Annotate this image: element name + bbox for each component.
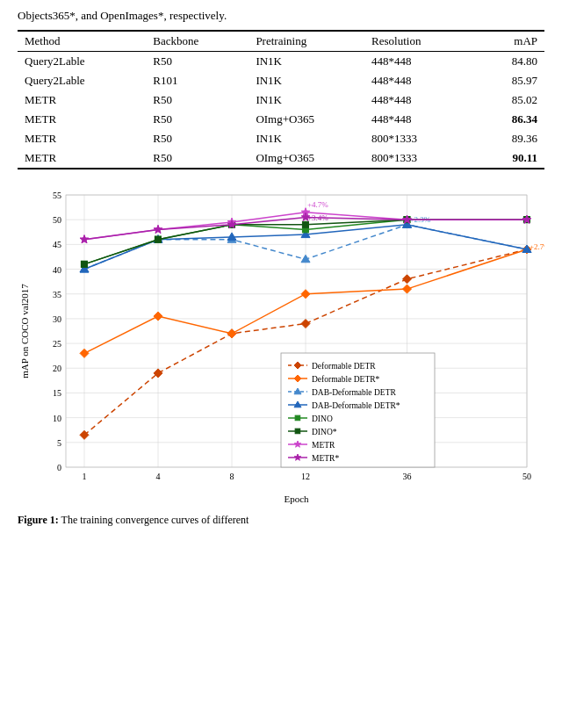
- svg-text:METR*: METR*: [312, 454, 339, 463]
- cell-map: 85.02: [480, 90, 544, 110]
- cell-method: Query2Lable: [18, 71, 146, 90]
- col-header-resolution: Resolution: [364, 31, 480, 52]
- svg-text:DAB-Deformable DETR*: DAB-Deformable DETR*: [312, 401, 400, 410]
- col-header-map: mAP: [480, 31, 544, 52]
- cell-backbone: R50: [146, 129, 249, 148]
- svg-text:+4.7%: +4.7%: [307, 200, 328, 209]
- cell-resolution: 448*448: [364, 110, 480, 129]
- svg-text:+2.7%: +2.7%: [530, 242, 544, 251]
- cell-method: METR: [18, 129, 146, 148]
- cell-method: METR: [18, 90, 146, 110]
- table-row: METR R50 OImg+O365 448*448 86.34: [18, 110, 544, 129]
- svg-text:20: 20: [53, 364, 61, 373]
- cell-map: 84.80: [480, 52, 544, 72]
- col-header-method: Method: [18, 31, 146, 52]
- cell-pretrain: OImg+O365: [249, 148, 364, 169]
- svg-text:1: 1: [83, 472, 87, 481]
- convergence-chart: 0510152025303540455055148123650mAP on CO…: [18, 182, 544, 507]
- svg-rect-72: [155, 236, 161, 242]
- svg-text:30: 30: [53, 314, 61, 324]
- svg-text:40: 40: [53, 265, 61, 275]
- cell-method: Query2Lable: [18, 52, 146, 72]
- svg-text:Epoch: Epoch: [284, 494, 309, 504]
- cell-pretrain: IN1K: [249, 71, 364, 90]
- svg-text:15: 15: [53, 388, 61, 398]
- cell-backbone: R50: [146, 52, 249, 72]
- cell-backbone: R50: [146, 110, 249, 129]
- cell-map: 90.11: [480, 148, 544, 169]
- svg-rect-108: [295, 429, 300, 434]
- svg-text:5: 5: [57, 438, 61, 448]
- table-row: METR R50 OImg+O365 800*1333 90.11: [18, 148, 544, 169]
- cell-map: 89.36: [480, 129, 544, 148]
- results-table: Method Backbone Pretraining Resolution m…: [18, 30, 544, 169]
- cell-resolution: 448*448: [364, 71, 480, 90]
- svg-text:DINO*: DINO*: [312, 428, 337, 436]
- svg-text:Deformable DETR: Deformable DETR: [312, 362, 376, 371]
- svg-text:mAP on COCO val2017: mAP on COCO val2017: [19, 284, 30, 378]
- cell-pretrain: IN1K: [249, 52, 364, 72]
- svg-text:35: 35: [53, 290, 61, 299]
- chart-container: 0510152025303540455055148123650mAP on CO…: [18, 182, 544, 507]
- cell-backbone: R101: [146, 71, 249, 90]
- figure-label: Figure 1:: [18, 514, 59, 526]
- svg-text:50: 50: [53, 215, 61, 225]
- table-row: METR R50 IN1K 448*448 85.02: [18, 90, 544, 110]
- table-row: METR R50 IN1K 800*1333 89.36: [18, 129, 544, 148]
- svg-text:4: 4: [156, 472, 161, 481]
- cell-resolution: 448*448: [364, 90, 480, 110]
- svg-text:12: 12: [301, 472, 310, 481]
- col-header-backbone: Backbone: [146, 31, 249, 52]
- cell-method: METR: [18, 110, 146, 129]
- cell-pretrain: OImg+O365: [249, 110, 364, 129]
- cell-backbone: R50: [146, 90, 249, 110]
- figure-caption: Figure 1: The training convergence curve…: [18, 514, 544, 527]
- figure-caption-text: The training convergence curves of diffe…: [61, 514, 249, 526]
- intro-text: Objects365*, and OpenImages*, respective…: [18, 9, 544, 23]
- table-row: Query2Lable R50 IN1K 448*448 84.80: [18, 52, 544, 72]
- svg-text:0: 0: [57, 463, 61, 472]
- cell-pretrain: IN1K: [249, 129, 364, 148]
- svg-text:DINO: DINO: [312, 414, 333, 423]
- svg-text:8: 8: [230, 472, 234, 481]
- cell-map: 86.34: [480, 110, 544, 129]
- cell-resolution: 800*1333: [364, 148, 480, 169]
- cell-resolution: 448*448: [364, 52, 480, 72]
- cell-map: 85.97: [480, 71, 544, 90]
- svg-text:55: 55: [53, 191, 61, 200]
- svg-text:DAB-Deformable DETR: DAB-Deformable DETR: [312, 388, 396, 397]
- cell-resolution: 800*1333: [364, 129, 480, 148]
- cell-pretrain: IN1K: [249, 90, 364, 110]
- svg-text:36: 36: [403, 472, 412, 481]
- svg-text:+3.4%: +3.4%: [307, 213, 328, 222]
- col-header-pretraining: Pretraining: [249, 31, 364, 52]
- svg-text:45: 45: [53, 240, 61, 249]
- svg-text:25: 25: [53, 339, 61, 349]
- svg-rect-71: [81, 261, 87, 267]
- svg-text:Deformable DETR*: Deformable DETR*: [312, 375, 380, 384]
- svg-rect-105: [295, 415, 300, 421]
- svg-text:METR: METR: [312, 441, 335, 450]
- svg-text:10: 10: [53, 414, 61, 423]
- svg-text:50: 50: [522, 472, 531, 481]
- cell-backbone: R50: [146, 148, 249, 169]
- table-row: Query2Lable R101 IN1K 448*448 85.97: [18, 71, 544, 90]
- cell-method: METR: [18, 148, 146, 169]
